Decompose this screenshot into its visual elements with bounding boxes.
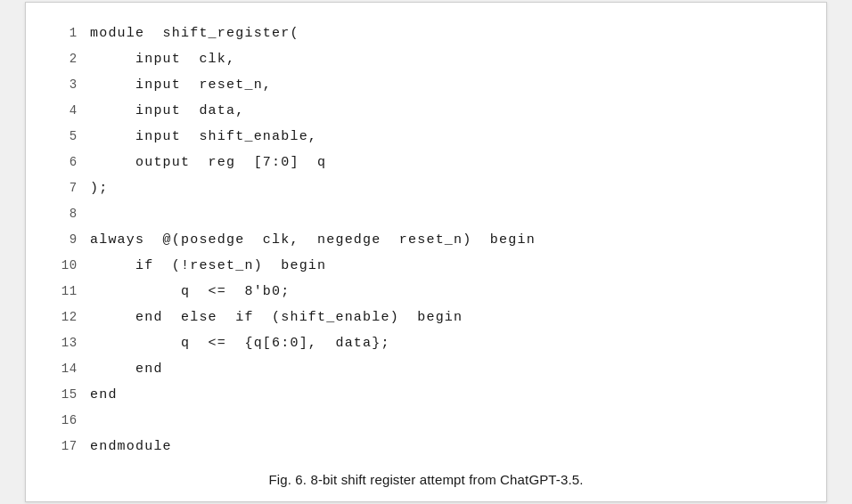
code-line: 6 output reg [7:0] q [53, 150, 799, 175]
line-text: q <= {q[6:0], data}; [90, 330, 390, 356]
line-text: input reset_n, [90, 72, 272, 98]
code-line: 16 [53, 408, 799, 434]
line-text: q <= 8'b0; [90, 279, 290, 305]
line-number: 16 [53, 408, 78, 434]
code-block: 1module shift_register(2 input clk,3 inp… [53, 20, 799, 459]
line-text: input data, [90, 98, 244, 124]
code-line: 13 q <= {q[6:0], data}; [53, 330, 799, 356]
line-text: output reg [7:0] q [90, 150, 326, 175]
code-line: 2 input clk, [53, 46, 799, 72]
figure-container: 1module shift_register(2 input clk,3 inp… [25, 2, 827, 502]
code-line: 14 end [53, 356, 799, 382]
line-number: 10 [53, 253, 78, 279]
line-number: 8 [53, 201, 78, 227]
line-text: input clk, [90, 46, 235, 72]
line-number: 15 [53, 382, 78, 408]
line-number: 14 [53, 356, 78, 382]
line-number: 6 [53, 150, 78, 175]
code-line: 10 if (!reset_n) begin [53, 253, 799, 279]
line-text: if (!reset_n) begin [90, 253, 326, 279]
line-text: end else if (shift_enable) begin [90, 305, 463, 330]
line-number: 3 [53, 72, 78, 98]
line-text: end [90, 356, 163, 382]
line-number: 2 [53, 46, 78, 72]
line-number: 5 [53, 124, 78, 150]
code-line: 12 end else if (shift_enable) begin [53, 305, 799, 330]
code-line: 8 [53, 201, 799, 227]
code-line: 7); [53, 175, 799, 201]
line-number: 13 [53, 330, 78, 356]
line-number: 1 [53, 20, 78, 46]
code-line: 3 input reset_n, [53, 72, 799, 98]
line-number: 17 [53, 434, 78, 459]
line-text: input shift_enable, [90, 124, 317, 150]
code-line: 9always @(posedge clk, negedge reset_n) … [53, 227, 799, 253]
code-line: 4 input data, [53, 98, 799, 124]
line-number: 12 [53, 305, 78, 330]
line-text: module shift_register( [90, 20, 299, 46]
line-number: 11 [53, 279, 78, 305]
code-line: 11 q <= 8'b0; [53, 279, 799, 305]
code-line: 5 input shift_enable, [53, 124, 799, 150]
figure-caption: Fig. 6. 8-bit shift register attempt fro… [53, 472, 799, 487]
code-line: 1module shift_register( [53, 20, 799, 46]
line-text: ); [90, 175, 108, 201]
line-text: end [90, 382, 118, 408]
code-line: 17endmodule [53, 434, 799, 459]
code-line: 15end [53, 382, 799, 408]
line-number: 7 [53, 175, 78, 201]
line-number: 4 [53, 98, 78, 124]
line-text: endmodule [90, 434, 172, 459]
line-text: always @(posedge clk, negedge reset_n) b… [90, 227, 536, 253]
line-number: 9 [53, 227, 78, 253]
